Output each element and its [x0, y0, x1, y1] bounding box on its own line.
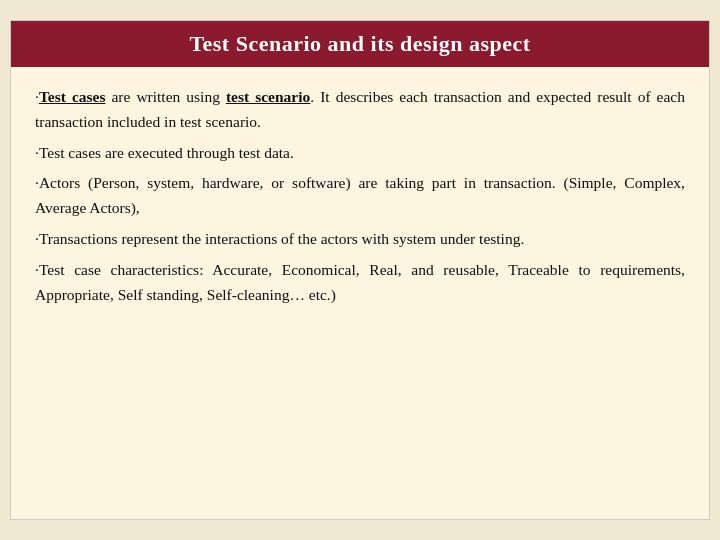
slide-container: Test Scenario and its design aspect ·Tes… [10, 20, 710, 520]
slide-body: ·Test cases are written using test scena… [11, 67, 709, 337]
bullet-3: ·Actors (Person, system, hardware, or so… [35, 171, 685, 221]
slide-header: Test Scenario and its design aspect [11, 21, 709, 67]
bullet-4: ·Transactions represent the interactions… [35, 227, 685, 252]
bullet-2-text: Test cases are executed through test dat… [39, 144, 294, 161]
bullet-3-text: Actors (Person, system, hardware, or sof… [35, 174, 685, 216]
bullet-2: ·Test cases are executed through test da… [35, 141, 685, 166]
bullet-1-text1: are written using [105, 88, 225, 105]
bullet-5: ·Test case characteristics: Accurate, Ec… [35, 258, 685, 308]
bullet-1: ·Test cases are written using test scena… [35, 85, 685, 135]
bullet-5-text: Test case characteristics: Accurate, Eco… [35, 261, 685, 303]
bullet-1-term2: test scenario [226, 88, 310, 105]
bullet-1-term1: Test cases [39, 88, 106, 105]
bullet-4-text: Transactions represent the interactions … [39, 230, 524, 247]
